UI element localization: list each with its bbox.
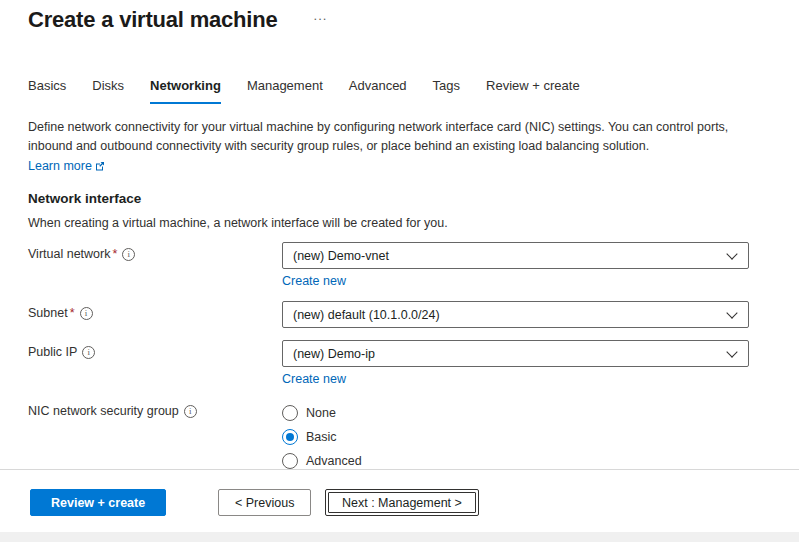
public-ip-create-new-link[interactable]: Create new (282, 372, 346, 386)
public-ip-label: Public IP (28, 345, 77, 359)
form-row-subnet: Subnet (new) default (10.1.0.0/24) (28, 301, 799, 328)
page-header: Create a virtual machine ... (28, 6, 799, 34)
public-ip-value: (new) Demo-ip (293, 347, 375, 361)
radio-option-advanced[interactable]: Advanced (282, 449, 749, 469)
more-options-button[interactable]: ... (314, 8, 328, 23)
radio-button-selected-icon (282, 429, 298, 445)
create-vm-page: Create a virtual machine ... Basics Disk… (0, 0, 799, 542)
chevron-down-icon (726, 346, 737, 357)
radio-option-advanced-label: Advanced (306, 454, 362, 468)
review-create-button[interactable]: Review + create (30, 489, 166, 516)
info-icon[interactable] (184, 405, 197, 418)
public-ip-label-group: Public IP (28, 340, 282, 359)
page-title: Create a virtual machine (28, 6, 278, 34)
wizard-tabs: Basics Disks Networking Management Advan… (28, 78, 799, 104)
page-content: Create a virtual machine ... Basics Disk… (0, 0, 799, 469)
tab-management[interactable]: Management (247, 78, 323, 104)
nic-nsg-radio-group: None Basic Advanced (282, 399, 749, 469)
form-row-virtual-network: Virtual network (new) Demo-vnet Create n… (28, 242, 799, 289)
tab-description: Define network connectivity for your vir… (28, 118, 734, 177)
chevron-down-icon (726, 307, 737, 318)
radio-button-icon (282, 405, 298, 421)
info-icon[interactable] (122, 248, 135, 261)
radio-button-icon (282, 453, 298, 469)
window-bottom-edge (0, 532, 799, 542)
radio-option-none-label: None (306, 406, 336, 420)
nic-nsg-label: NIC network security group (28, 404, 179, 418)
section-heading-network-interface: Network interface (28, 191, 799, 206)
tab-advanced[interactable]: Advanced (349, 78, 407, 104)
radio-option-basic[interactable]: Basic (282, 425, 749, 449)
subnet-label: Subnet (28, 306, 75, 320)
previous-button[interactable]: < Previous (218, 489, 311, 516)
form-row-nic-nsg: NIC network security group None Basic Ad… (28, 399, 799, 469)
virtual-network-label: Virtual network (28, 247, 117, 261)
public-ip-dropdown[interactable]: (new) Demo-ip (282, 340, 749, 367)
virtual-network-create-new-link[interactable]: Create new (282, 274, 346, 288)
subnet-dropdown[interactable]: (new) default (10.1.0.0/24) (282, 301, 749, 328)
virtual-network-value: (new) Demo-vnet (293, 249, 389, 263)
subnet-label-group: Subnet (28, 301, 282, 320)
tab-tags[interactable]: Tags (433, 78, 460, 104)
next-management-button[interactable]: Next : Management > (325, 489, 479, 516)
info-icon[interactable] (80, 307, 93, 320)
learn-more-link[interactable]: Learn more (28, 159, 105, 173)
radio-option-none[interactable]: None (282, 401, 749, 425)
external-link-icon (95, 160, 105, 174)
learn-more-label: Learn more (28, 159, 92, 173)
form-row-public-ip: Public IP (new) Demo-ip Create new (28, 340, 799, 387)
tab-disks[interactable]: Disks (92, 78, 124, 104)
subnet-value: (new) default (10.1.0.0/24) (293, 308, 440, 322)
info-icon[interactable] (82, 346, 95, 359)
tab-review-create[interactable]: Review + create (486, 78, 580, 104)
virtual-network-dropdown[interactable]: (new) Demo-vnet (282, 242, 749, 269)
tab-basics[interactable]: Basics (28, 78, 66, 104)
radio-option-basic-label: Basic (306, 430, 337, 444)
chevron-down-icon (726, 248, 737, 259)
tab-description-text: Define network connectivity for your vir… (28, 120, 728, 153)
tab-networking[interactable]: Networking (150, 78, 221, 104)
section-subtext: When creating a virtual machine, a netwo… (28, 216, 799, 230)
nic-nsg-label-group: NIC network security group (28, 399, 282, 418)
virtual-network-label-group: Virtual network (28, 242, 282, 261)
